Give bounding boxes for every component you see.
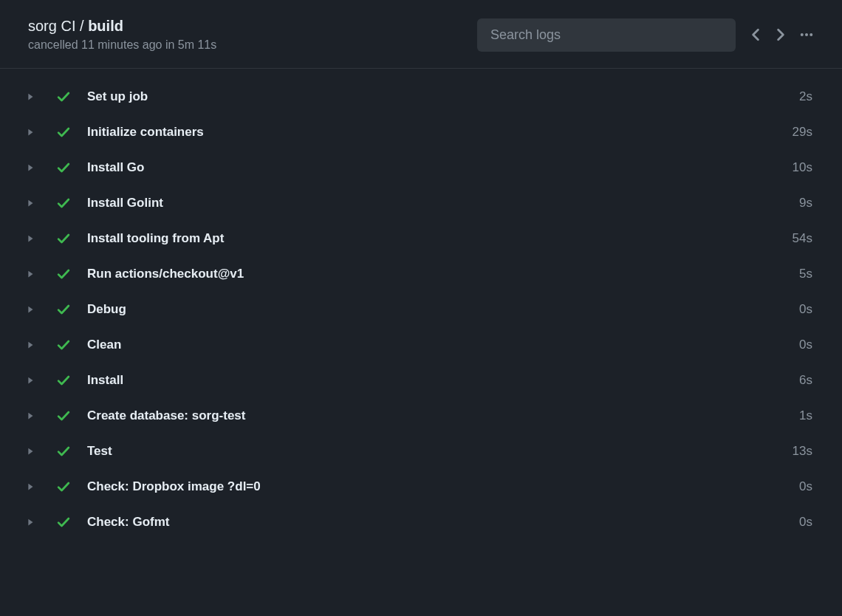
step-duration: 2s [799,89,812,104]
step-duration: 0s [799,515,812,530]
check-icon [56,515,71,530]
step-duration: 29s [793,125,812,140]
check-icon [56,444,71,459]
nav-arrows [749,27,814,42]
breadcrumb: sorg CI / build [28,18,477,35]
status-line: cancelled 11 minutes ago in 5m 11s [28,38,477,52]
prev-icon[interactable] [749,28,762,41]
step-duration: 6s [799,373,812,388]
step-name: Install [87,373,799,388]
check-icon [56,125,71,140]
check-icon [56,479,71,494]
header-left: sorg CI / build cancelled 11 minutes ago… [28,18,477,52]
header-right [477,18,814,52]
job-name: build [88,18,123,34]
search-input[interactable] [477,18,736,52]
chevron-right-icon[interactable] [25,446,35,456]
workflow-name: sorg CI [28,18,75,34]
step-name: Clean [87,338,799,352]
step-row[interactable]: Install6s [0,363,842,398]
check-icon [56,373,71,388]
chevron-right-icon[interactable] [25,127,35,137]
chevron-right-icon[interactable] [25,517,35,527]
step-name: Install tooling from Apt [87,231,793,246]
check-icon [56,196,71,211]
step-row[interactable]: Install Go10s [0,150,842,185]
step-name: Check: Gofmt [87,515,799,530]
check-icon [56,338,71,352]
step-name: Test [87,444,793,459]
step-duration: 1s [799,408,812,423]
steps-list: Set up job2sInitialize containers29sInst… [0,69,842,550]
header: sorg CI / build cancelled 11 minutes ago… [0,0,842,69]
check-icon [56,408,71,423]
step-duration: 0s [799,479,812,494]
check-icon [56,160,71,175]
svg-point-2 [810,33,812,36]
step-row[interactable]: Test13s [0,434,842,469]
check-icon [56,302,71,317]
step-row[interactable]: Clean0s [0,327,842,363]
step-name: Run actions/checkout@v1 [87,267,799,281]
chevron-right-icon[interactable] [25,198,35,208]
chevron-right-icon[interactable] [25,269,35,279]
step-row[interactable]: Initialize containers29s [0,114,842,150]
step-duration: 13s [793,444,812,459]
step-name: Initialize containers [87,125,793,140]
step-name: Debug [87,302,799,317]
chevron-right-icon[interactable] [25,375,35,386]
chevron-right-icon[interactable] [25,482,35,492]
step-row[interactable]: Check: Dropbox image ?dl=00s [0,469,842,504]
step-duration: 0s [799,338,812,352]
chevron-right-icon[interactable] [25,233,35,244]
step-row[interactable]: Debug0s [0,292,842,327]
step-row[interactable]: Check: Gofmt0s [0,504,842,540]
step-name: Install Go [87,160,793,175]
step-name: Set up job [87,89,799,104]
check-icon [56,267,71,281]
check-icon [56,231,71,246]
step-duration: 54s [793,231,812,246]
step-duration: 0s [799,302,812,317]
step-name: Create database: sorg-test [87,408,799,423]
breadcrumb-separator: / [75,18,88,34]
check-icon [56,89,71,104]
next-icon[interactable] [774,28,787,41]
step-row[interactable]: Set up job2s [0,79,842,114]
svg-point-0 [801,33,804,36]
chevron-right-icon[interactable] [25,92,35,102]
kebab-menu-icon[interactable] [799,27,814,42]
chevron-right-icon[interactable] [25,411,35,421]
step-row[interactable]: Run actions/checkout@v15s [0,256,842,292]
step-row[interactable]: Install tooling from Apt54s [0,221,842,256]
step-name: Install Golint [87,196,799,211]
step-row[interactable]: Create database: sorg-test1s [0,398,842,434]
step-duration: 5s [799,267,812,281]
step-name: Check: Dropbox image ?dl=0 [87,479,799,494]
step-row[interactable]: Install Golint9s [0,185,842,221]
chevron-right-icon[interactable] [25,340,35,350]
chevron-right-icon[interactable] [25,162,35,173]
chevron-right-icon[interactable] [25,304,35,315]
svg-point-1 [805,33,808,36]
step-duration: 9s [799,196,812,211]
step-duration: 10s [793,160,812,175]
